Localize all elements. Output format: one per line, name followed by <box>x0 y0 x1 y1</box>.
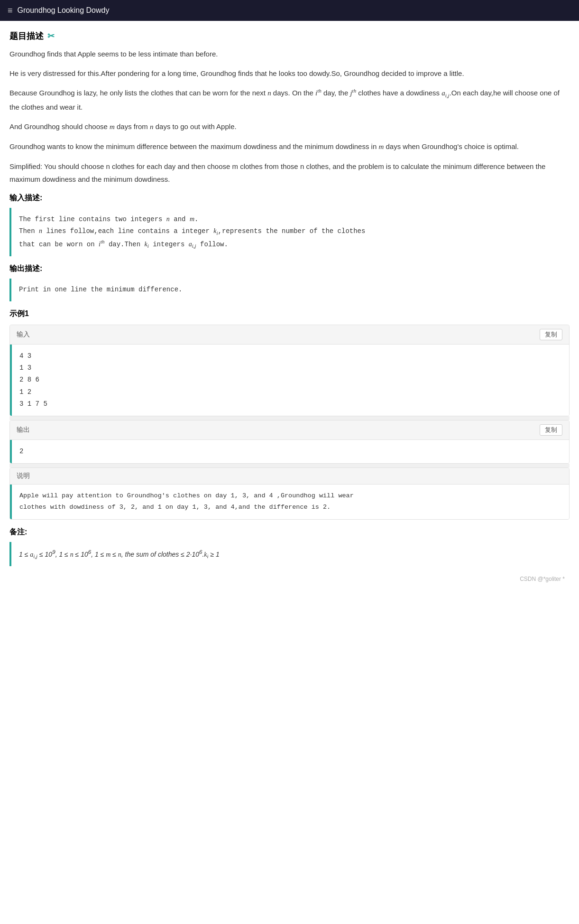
output-desc-block: Print in one line the minimum difference… <box>9 279 570 301</box>
para-2: He is very distressed for this.After pon… <box>9 67 570 80</box>
explanation-text: Apple will pay attention to Groundhog's … <box>19 490 561 513</box>
input-copy-button[interactable]: 复制 <box>540 329 562 340</box>
input-box-header: 输入 复制 <box>10 325 569 345</box>
topbar: ≡ Groundhog Looking Dowdy <box>0 0 579 21</box>
input-desc-heading: 输入描述: <box>9 193 570 203</box>
explanation-box: 说明 Apple will pay attention to Groundhog… <box>9 467 570 520</box>
topbar-title: Groundhog Looking Dowdy <box>18 6 110 15</box>
remarks-block: 1 ≤ ai,j ≤ 109, 1 ≤ n ≤ 106, 1 ≤ m ≤ n, … <box>9 542 570 566</box>
menu-icon[interactable]: ≡ <box>8 6 13 16</box>
main-content: 题目描述 ✂ Groundhog finds that Apple seems … <box>0 21 579 601</box>
example-heading: 示例1 <box>9 309 570 319</box>
output-box-header: 输出 复制 <box>10 420 569 440</box>
output-box-label: 输出 <box>17 426 30 434</box>
output-copy-button[interactable]: 复制 <box>540 424 562 436</box>
remarks-heading: 备注: <box>9 527 570 537</box>
para-6: Simplified: You should choose n clothes … <box>9 160 570 186</box>
csdn-footer: CSDN @*goliter * <box>9 576 570 582</box>
output-data: 2 <box>19 446 561 457</box>
input-box-body: 4 3 1 3 2 8 6 1 2 3 1 7 5 <box>10 345 569 416</box>
input-box-label: 输入 <box>17 330 30 339</box>
para-5: Groundhog wants to know the minimum diff… <box>9 140 570 153</box>
explanation-separator <box>9 464 570 467</box>
problem-section-heading: 题目描述 ✂ <box>9 30 570 42</box>
output-desc-text: Print in one line the minimum difference… <box>19 284 562 296</box>
explanation-body: Apple will pay attention to Groundhog's … <box>10 485 569 519</box>
output-box: 输出 复制 2 <box>9 420 570 464</box>
para-4: And Groundhog should choose m days from … <box>9 120 570 133</box>
para-3: Because Groundhog is lazy, he only lists… <box>9 86 570 113</box>
scissors-icon: ✂ <box>47 31 55 41</box>
input-box: 输入 复制 4 3 1 3 2 8 6 1 2 3 1 7 5 <box>9 325 570 416</box>
input-data: 4 3 1 3 2 8 6 1 2 3 1 7 5 <box>19 350 561 410</box>
remarks-text: 1 ≤ ai,j ≤ 109, 1 ≤ n ≤ 106, 1 ≤ m ≤ n, … <box>19 547 562 561</box>
output-desc-heading: 输出描述: <box>9 264 570 274</box>
explanation-header: 说明 <box>10 468 569 485</box>
problem-title-text: 题目描述 <box>9 30 44 42</box>
output-box-body: 2 <box>10 440 569 463</box>
para-1: Groundhog finds that Apple seems to be l… <box>9 47 570 60</box>
input-desc-block: The first line contains two integers n a… <box>9 208 570 256</box>
input-desc-text: The first line contains two integers n a… <box>19 214 562 251</box>
io-separator <box>9 416 570 420</box>
